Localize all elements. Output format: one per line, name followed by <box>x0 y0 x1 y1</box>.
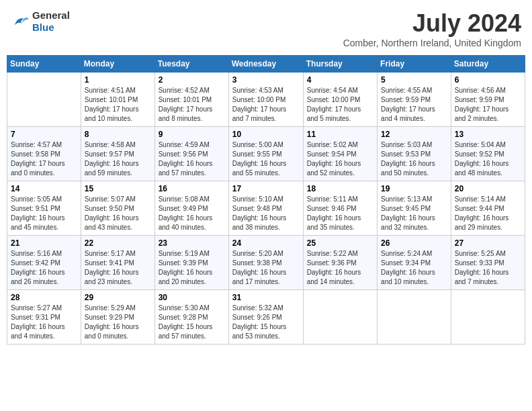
calendar-cell: 9Sunrise: 4:59 AMSunset: 9:56 PMDaylight… <box>154 127 228 181</box>
calendar-cell <box>451 290 525 345</box>
column-header-wednesday: Wednesday <box>228 56 303 73</box>
column-header-saturday: Saturday <box>451 56 525 73</box>
day-info: Sunrise: 5:10 AMSunset: 9:48 PMDaylight:… <box>232 195 300 232</box>
day-number: 19 <box>381 184 447 193</box>
calendar-week-row: 21Sunrise: 5:16 AMSunset: 9:42 PMDayligh… <box>7 236 525 290</box>
day-info: Sunrise: 5:00 AMSunset: 9:55 PMDaylight:… <box>232 140 300 178</box>
day-info: Sunrise: 4:55 AMSunset: 9:59 PMDaylight:… <box>381 86 447 124</box>
calendar-cell: 1Sunrise: 4:51 AMSunset: 10:01 PMDayligh… <box>81 73 154 127</box>
day-info: Sunrise: 5:16 AMSunset: 9:42 PMDaylight:… <box>11 249 77 287</box>
day-info: Sunrise: 5:17 AMSunset: 9:41 PMDaylight:… <box>85 249 151 287</box>
day-info: Sunrise: 5:32 AMSunset: 9:26 PMDaylight:… <box>232 304 300 341</box>
day-info: Sunrise: 4:58 AMSunset: 9:57 PMDaylight:… <box>85 140 151 178</box>
day-info: Sunrise: 5:22 AMSunset: 9:36 PMDaylight:… <box>307 249 373 287</box>
calendar-cell: 30Sunrise: 5:30 AMSunset: 9:28 PMDayligh… <box>154 290 228 345</box>
day-number: 17 <box>232 184 300 193</box>
day-info: Sunrise: 4:52 AMSunset: 10:01 PMDaylight… <box>159 86 225 124</box>
calendar-cell: 4Sunrise: 4:54 AMSunset: 10:00 PMDayligh… <box>303 73 377 127</box>
calendar-week-row: 14Sunrise: 5:05 AMSunset: 9:51 PMDayligh… <box>7 181 525 236</box>
calendar-cell: 16Sunrise: 5:08 AMSunset: 9:49 PMDayligh… <box>154 181 228 236</box>
calendar-cell <box>303 290 377 345</box>
day-number: 8 <box>85 130 151 139</box>
day-number: 4 <box>307 75 373 85</box>
calendar-cell: 24Sunrise: 5:20 AMSunset: 9:38 PMDayligh… <box>228 236 303 290</box>
calendar-week-row: 28Sunrise: 5:27 AMSunset: 9:31 PMDayligh… <box>7 290 525 345</box>
day-info: Sunrise: 5:19 AMSunset: 9:39 PMDaylight:… <box>159 249 225 287</box>
calendar-header-row: SundayMondayTuesdayWednesdayThursdayFrid… <box>7 56 525 73</box>
day-number: 3 <box>232 75 300 85</box>
day-number: 1 <box>85 75 151 85</box>
day-number: 29 <box>85 293 151 302</box>
day-info: Sunrise: 5:25 AMSunset: 9:33 PMDaylight:… <box>455 249 521 287</box>
day-number: 18 <box>307 184 373 193</box>
month-year-title: July 2024 <box>343 9 521 38</box>
day-number: 25 <box>307 238 373 248</box>
day-number: 11 <box>307 130 373 139</box>
calendar-cell: 3Sunrise: 4:53 AMSunset: 10:00 PMDayligh… <box>228 73 303 127</box>
day-number: 27 <box>455 238 521 248</box>
day-number: 5 <box>381 75 447 85</box>
calendar-cell: 27Sunrise: 5:25 AMSunset: 9:33 PMDayligh… <box>451 236 525 290</box>
calendar-cell: 11Sunrise: 5:02 AMSunset: 9:54 PMDayligh… <box>303 127 377 181</box>
logo-text: General Blue <box>32 9 70 34</box>
calendar-cell: 29Sunrise: 5:29 AMSunset: 9:29 PMDayligh… <box>81 290 154 345</box>
day-info: Sunrise: 5:30 AMSunset: 9:28 PMDaylight:… <box>159 304 225 341</box>
day-info: Sunrise: 4:56 AMSunset: 9:59 PMDaylight:… <box>455 86 521 124</box>
logo: General Blue <box>11 9 70 34</box>
day-number: 14 <box>11 184 77 193</box>
calendar-cell: 15Sunrise: 5:07 AMSunset: 9:50 PMDayligh… <box>81 181 154 236</box>
calendar-cell: 17Sunrise: 5:10 AMSunset: 9:48 PMDayligh… <box>228 181 303 236</box>
day-number: 10 <box>232 130 300 139</box>
day-number: 31 <box>232 293 300 302</box>
day-info: Sunrise: 5:27 AMSunset: 9:31 PMDaylight:… <box>11 304 77 341</box>
day-info: Sunrise: 5:29 AMSunset: 9:29 PMDaylight:… <box>85 304 151 341</box>
calendar-cell: 18Sunrise: 5:11 AMSunset: 9:46 PMDayligh… <box>303 181 377 236</box>
calendar-cell: 10Sunrise: 5:00 AMSunset: 9:55 PMDayligh… <box>228 127 303 181</box>
day-number: 28 <box>11 293 77 302</box>
column-header-thursday: Thursday <box>303 56 377 73</box>
calendar-cell: 20Sunrise: 5:14 AMSunset: 9:44 PMDayligh… <box>451 181 525 236</box>
day-info: Sunrise: 5:20 AMSunset: 9:38 PMDaylight:… <box>232 249 300 287</box>
logo-general: General <box>32 9 70 21</box>
calendar-cell: 23Sunrise: 5:19 AMSunset: 9:39 PMDayligh… <box>154 236 228 290</box>
calendar-cell: 22Sunrise: 5:17 AMSunset: 9:41 PMDayligh… <box>81 236 154 290</box>
calendar-cell: 19Sunrise: 5:13 AMSunset: 9:45 PMDayligh… <box>378 181 451 236</box>
calendar-cell: 13Sunrise: 5:04 AMSunset: 9:52 PMDayligh… <box>451 127 525 181</box>
calendar-table: SundayMondayTuesdayWednesdayThursdayFrid… <box>7 55 525 345</box>
day-number: 12 <box>381 130 447 139</box>
day-info: Sunrise: 4:57 AMSunset: 9:58 PMDaylight:… <box>11 140 77 178</box>
day-number: 6 <box>455 75 521 85</box>
day-number: 23 <box>159 238 225 248</box>
calendar-cell: 28Sunrise: 5:27 AMSunset: 9:31 PMDayligh… <box>7 290 81 345</box>
day-number: 20 <box>455 184 521 193</box>
logo-bird-icon <box>11 12 30 31</box>
day-number: 21 <box>11 238 77 248</box>
calendar-cell <box>378 290 451 345</box>
day-info: Sunrise: 5:11 AMSunset: 9:46 PMDaylight:… <box>307 195 373 232</box>
column-header-sunday: Sunday <box>7 56 81 73</box>
column-header-monday: Monday <box>81 56 154 73</box>
day-number: 2 <box>159 75 225 85</box>
calendar-cell: 21Sunrise: 5:16 AMSunset: 9:42 PMDayligh… <box>7 236 81 290</box>
day-info: Sunrise: 5:24 AMSunset: 9:34 PMDaylight:… <box>381 249 447 287</box>
calendar-cell: 25Sunrise: 5:22 AMSunset: 9:36 PMDayligh… <box>303 236 377 290</box>
column-header-tuesday: Tuesday <box>154 56 228 73</box>
day-info: Sunrise: 5:02 AMSunset: 9:54 PMDaylight:… <box>307 140 373 178</box>
day-info: Sunrise: 4:53 AMSunset: 10:00 PMDaylight… <box>232 86 300 124</box>
day-number: 13 <box>455 130 521 139</box>
calendar-cell <box>7 73 81 127</box>
day-number: 16 <box>159 184 225 193</box>
title-block: July 2024 Comber, Northern Ireland, Unit… <box>343 9 521 48</box>
calendar-cell: 26Sunrise: 5:24 AMSunset: 9:34 PMDayligh… <box>378 236 451 290</box>
calendar-week-row: 7Sunrise: 4:57 AMSunset: 9:58 PMDaylight… <box>7 127 525 181</box>
day-info: Sunrise: 5:08 AMSunset: 9:49 PMDaylight:… <box>159 195 225 232</box>
page-header: General Blue July 2024 Comber, Northern … <box>7 7 525 51</box>
day-info: Sunrise: 5:04 AMSunset: 9:52 PMDaylight:… <box>455 140 521 178</box>
day-number: 9 <box>159 130 225 139</box>
column-header-friday: Friday <box>378 56 451 73</box>
day-info: Sunrise: 5:07 AMSunset: 9:50 PMDaylight:… <box>85 195 151 232</box>
day-info: Sunrise: 4:51 AMSunset: 10:01 PMDaylight… <box>85 86 151 124</box>
calendar-cell: 7Sunrise: 4:57 AMSunset: 9:58 PMDaylight… <box>7 127 81 181</box>
day-number: 7 <box>11 130 77 139</box>
day-info: Sunrise: 5:05 AMSunset: 9:51 PMDaylight:… <box>11 195 77 232</box>
